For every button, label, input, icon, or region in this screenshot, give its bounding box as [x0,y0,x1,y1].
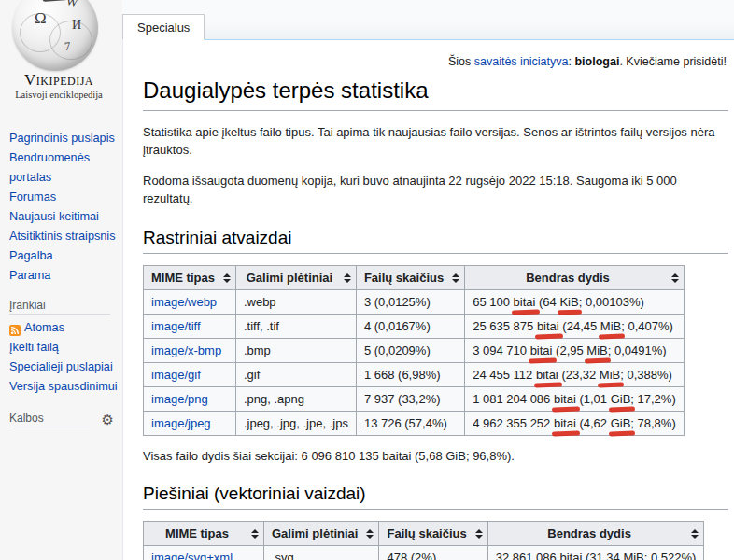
mime-type-link[interactable]: image/jpeg [151,416,211,430]
total-size-cell: 65 100 bitai (64 KiB; 0,00103%) [465,290,685,315]
red-underline-annotation: bitai [536,368,558,382]
sidebar-tool--kelti-fail-[interactable]: Įkelti failą [9,338,122,357]
wikipedia-logo[interactable]: Ω W И 7 Vikipedija Laisvoji enciklopedij… [0,0,122,110]
extensions-cell: .bmp [235,339,356,363]
intro-paragraph-1: Statistika apie įkeltus failo tipus. Tai… [143,124,728,160]
section-heading: Rastriniai atvaizdai [143,228,728,254]
column-header-mime-tipas[interactable]: MIME tipas [144,522,264,546]
mime-type-link[interactable]: image/x-bmp [151,343,221,357]
table-head: MIME tipasGalimi plėtiniaiFailų skaičius… [144,266,685,290]
sidebar-nav-item: Parama [9,266,122,286]
sidebar-link-forumas[interactable]: Forumas [9,190,56,203]
column-header-mime-tipas[interactable]: MIME tipas [144,266,236,290]
table-body: image/svg+xml.svg478 (2%)32 861 086 bita… [144,546,704,560]
total-size-cell: 32 861 086 bitai (31,34 MiB; 0,522%) [487,546,704,560]
size-text: (2,95 [553,343,587,357]
sort-icon [475,528,483,539]
sidebar-tool-specialieji-puslapiai[interactable]: Specialieji puslapiai [9,357,122,377]
total-size-cell: 25 635 875 bitai (24,45 MiB; 0,407%) [465,315,685,339]
initiative-link[interactable]: savaitės iniciatyva [474,55,569,68]
table-row: image/x-bmp.bmp5 (0,0209%)3 094 710 bita… [144,339,685,363]
extensions-cell: .jpeg, .jpg, .jpe, .jps [235,412,356,436]
column-header-label: MIME tipas [165,526,229,540]
file-count-cell: 13 726 (57,4%) [356,412,464,436]
column-header-fail-skai-ius[interactable]: Failų skaičius [356,266,464,290]
site-notice-text: Šios [448,55,474,68]
section-raster-images: Rastriniai atvaizdaiMIME tipasGalimi plė… [143,228,728,463]
sidebar-link-bendruomen-s-portalas[interactable]: Bendruomenės portalas [9,151,90,184]
sidebar-nav-item: Naujausi keitimai [9,207,122,227]
table-body: image/webp.webp3 (0,0125%)65 100 bitai (… [144,290,685,436]
total-size-cell: 4 962 355 252 bitai (4,62 GiB; 78,8%) [465,412,685,436]
globe-seam [49,21,92,60]
gear-icon[interactable]: ⚙ [102,413,114,427]
section-total-text: Visas failo dydis šiai sekcijai: 6 096 8… [143,449,728,463]
size-text: (23,32 [558,368,600,382]
extensions-cell: .webp [235,290,356,315]
section-vector-images: Piešiniai (vektoriniai vaizdai)MIME tipa… [143,483,728,560]
sidebar-link-pagrindinis-puslapis[interactable]: Pagrindinis puslapis [9,132,115,145]
site-notice-text: . Kviečiame prisidėti! [619,55,727,68]
mime-stats-table: MIME tipasGalimi plėtiniaiFailų skaičius… [143,521,704,560]
sidebar-tool-item: Įkelti failą [9,338,122,357]
extensions-cell: .gif [235,363,356,387]
red-underline-annotation: bitai [537,319,559,333]
sidebar-tool-item: Versija spausdinimui [9,377,122,397]
mime-type-link[interactable]: image/tiff [151,319,201,333]
sidebar-nav-item: Pagrindinis puslapis [9,129,122,148]
table-row: image/tiff.tiff, .tif4 (0,0167%)25 635 8… [144,315,685,339]
column-header-galimi-pl-tiniai[interactable]: Galimi plėtiniai [235,266,356,290]
wikipedia-globe-icon: Ω W И 7 [12,0,98,71]
column-header-fail-skai-ius[interactable]: Failų skaičius [379,522,487,546]
sidebar-link-atsitiktinis-straipsnis[interactable]: Atsitiktinis straipsnis [9,230,116,243]
globe-glyph: W [64,0,78,10]
sidebar-languages-row: Kalbos ⚙ [9,412,114,427]
sidebar-tool-label: Specialieji puslapiai [9,357,113,377]
sidebar-tool-label: Atomas [24,318,64,338]
extensions-cell: .svg [264,546,379,560]
column-header-bendras-dydis[interactable]: Bendras dydis [465,266,685,290]
column-header-label: Bendras dydis [526,271,610,285]
mime-type-link[interactable]: image/gif [151,368,201,382]
table-header-row: MIME tipasGalimi plėtiniaiFailų skaičius… [144,522,704,546]
rss-feed-icon [9,323,21,334]
sidebar-tool-versija-spausdinimui[interactable]: Versija spausdinimui [9,377,122,397]
column-header-label: Bendras dydis [547,526,631,540]
red-underline-annotation: GiB [611,392,631,406]
mime-type-link[interactable]: image/png [151,392,208,406]
mime-type-link[interactable]: image/webp [151,295,217,309]
sidebar-tool-item: Specialieji puslapiai [9,357,122,377]
column-header-galimi-pl-tiniai[interactable]: Galimi plėtiniai [264,522,379,546]
sidebar-link-naujausi-keitimai[interactable]: Naujausi keitimai [9,210,99,223]
column-header-label: Failų skaičius [364,271,444,285]
mime-type-cell: image/tiff [144,315,236,339]
mime-type-cell: image/x-bmp [144,339,236,363]
table-row: image/png.png, .apng7 937 (33,2%)1 081 2… [144,387,685,412]
logo-wordmark: Vikipedija [0,71,118,90]
sort-icon [251,528,259,539]
sidebar-link-parama[interactable]: Parama [9,269,50,282]
globe-glyph: И [72,18,81,33]
sidebar-nav-item: Pagalba [9,246,122,266]
table-row: image/svg+xml.svg478 (2%)32 861 086 bita… [144,546,704,560]
mime-type-cell: image/gif [144,363,236,387]
size-text: ; 78,8%) [630,416,675,430]
red-underline-annotation: bitai [514,295,536,309]
file-count-cell: 4 (0,0167%) [356,315,464,339]
table-head: MIME tipasGalimi plėtiniaiFailų skaičius… [144,522,704,546]
mime-type-link[interactable]: image/svg+xml [151,551,233,560]
sidebar-tool-atomas[interactable]: Atomas [9,318,122,338]
initiative-topic: biologai [574,55,619,68]
sidebar-link-pagalba[interactable]: Pagalba [9,249,53,262]
size-text: 24 455 112 [473,368,536,382]
size-text: (4,62 [576,416,611,430]
tab-specialus[interactable]: Specialus [122,14,205,40]
size-text: ; 0,388%) [620,368,672,382]
red-underline-annotation: MiB [600,319,621,333]
size-text: 65 100 [473,295,513,309]
red-underline-annotation: bitai [554,416,576,430]
table-row: image/gif.gif1 668 (6,98%)24 455 112 bit… [144,363,685,387]
sidebar-nav-item: Bendruomenės portalas [9,148,122,188]
column-header-bendras-dydis[interactable]: Bendras dydis [487,522,704,546]
file-count-cell: 5 (0,0209%) [356,339,464,363]
